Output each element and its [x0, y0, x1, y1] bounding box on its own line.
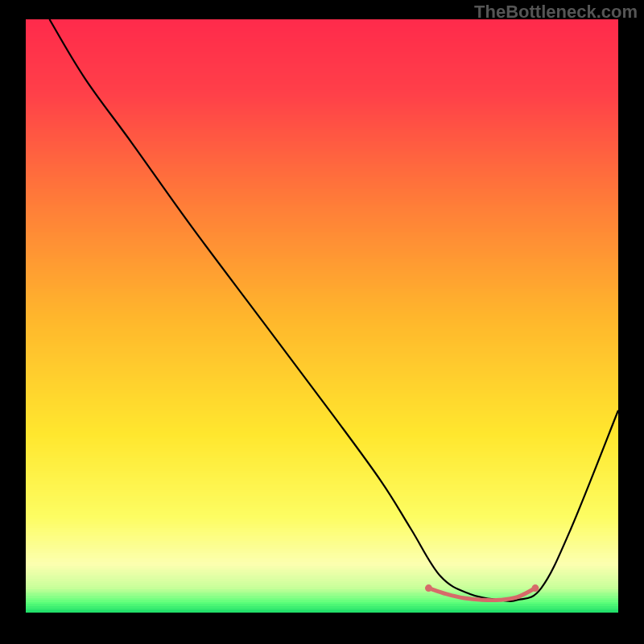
watermark: TheBottleneck.com [474, 2, 638, 23]
plot-frame [26, 19, 618, 612]
plot-area [26, 19, 618, 612]
